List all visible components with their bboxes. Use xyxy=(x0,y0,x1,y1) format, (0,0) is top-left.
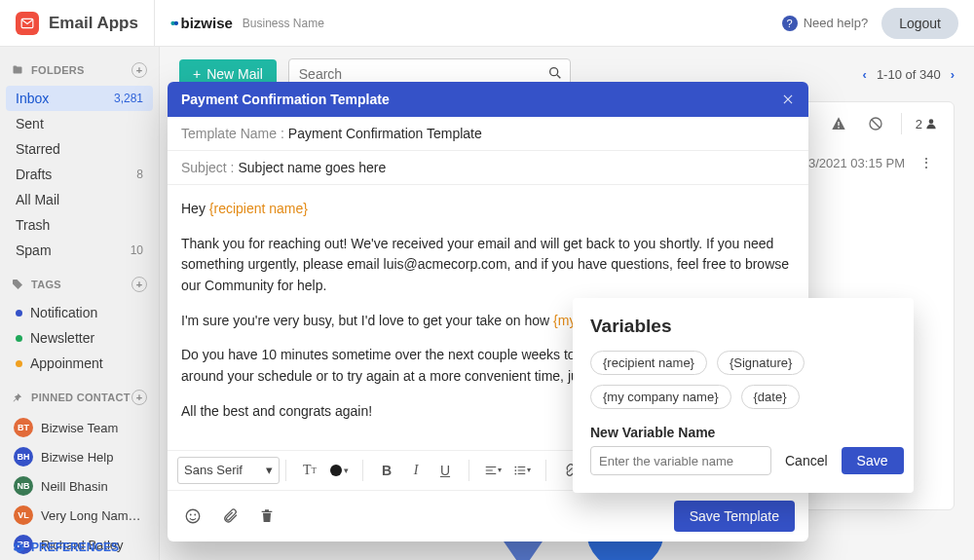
italic-button[interactable]: I xyxy=(404,459,428,482)
variable-chip[interactable]: {my company name} xyxy=(590,385,731,409)
preferences-label: PREFERENCES xyxy=(31,541,119,554)
subject-label: Subject : xyxy=(181,160,234,175)
variables-save-button[interactable]: Save xyxy=(842,447,904,474)
new-variable-input[interactable] xyxy=(590,446,771,475)
variable-chip[interactable]: {recipient name} xyxy=(590,351,707,375)
workspace-logo[interactable]: •• bizwise xyxy=(170,15,233,31)
sidebar-tag-appoinment[interactable]: Appoinment xyxy=(6,351,153,376)
save-template-button[interactable]: Save Template xyxy=(674,501,795,532)
variable-chip[interactable]: {date} xyxy=(741,385,800,409)
underline-button[interactable]: U xyxy=(433,459,457,482)
sidebar-folder-inbox[interactable]: Inbox3,281 xyxy=(6,86,153,111)
pinned-heading-label: PINNED CONTACT xyxy=(31,392,131,403)
align-button[interactable]: ▾ xyxy=(481,459,505,482)
report-icon[interactable] xyxy=(827,112,850,135)
pager-prev-button[interactable]: ‹ xyxy=(863,67,867,82)
app-icon xyxy=(16,12,39,35)
svg-point-4 xyxy=(929,119,934,124)
sidebar-folder-starred[interactable]: Starred xyxy=(6,136,153,162)
svg-point-1 xyxy=(549,68,557,76)
svg-point-8 xyxy=(186,509,200,523)
need-help-label: Need help? xyxy=(804,16,869,30)
workspace-name: bizwise xyxy=(180,15,232,31)
pin-icon xyxy=(12,391,25,404)
font-family-select[interactable]: Sans Serif▾ xyxy=(177,457,280,484)
pinned-contact[interactable]: BHBizwise Help xyxy=(6,442,153,471)
folders-heading-label: FOLDERS xyxy=(31,64,85,76)
template-name-row: Template Name : Payment Confirmation Tem… xyxy=(168,117,808,151)
new-variable-label: New Variable Name xyxy=(590,425,896,440)
block-icon[interactable] xyxy=(864,112,887,135)
svg-point-6 xyxy=(514,469,516,471)
svg-point-5 xyxy=(514,466,516,467)
pager-text: 1-10 of 340 xyxy=(877,67,941,82)
add-tag-button[interactable]: + xyxy=(131,277,147,292)
sidebar-tag-notification[interactable]: Notification xyxy=(6,300,153,325)
message-menu-icon[interactable]: ⋮ xyxy=(915,151,938,174)
pager: ‹ 1-10 of 340 › xyxy=(863,67,955,82)
sidebar-folder-trash[interactable]: Trash xyxy=(6,212,153,238)
help-icon: ? xyxy=(782,16,798,31)
pinned-contact[interactable]: BTBizwise Team xyxy=(6,413,153,442)
sidebar-folder-drafts[interactable]: Drafts8 xyxy=(6,162,153,187)
variable-chip[interactable]: {Signature} xyxy=(717,351,805,375)
sidebar-folder-sent[interactable]: Sent xyxy=(6,111,153,136)
preferences-link[interactable]: PREFERENCES xyxy=(12,541,119,554)
add-folder-button[interactable]: + xyxy=(131,62,147,78)
tags-heading-label: TAGS xyxy=(31,279,61,290)
contact-list: BTBizwise TeamBHBizwise HelpNBNeill Bhas… xyxy=(0,411,159,560)
sidebar: FOLDERS + Inbox3,281SentStarredDrafts8Al… xyxy=(0,47,160,560)
app-title: Email Apps xyxy=(49,14,138,33)
new-mail-label: New Mail xyxy=(206,66,263,82)
pinned-contact[interactable]: NBNeill Bhasin xyxy=(6,471,153,501)
tags-heading: TAGS + xyxy=(0,271,159,298)
variables-popover: Variables {recipient name}{Signature}{my… xyxy=(573,298,914,493)
search-icon[interactable] xyxy=(547,65,563,81)
attachment-button[interactable] xyxy=(218,504,242,528)
sidebar-folder-spam[interactable]: Spam10 xyxy=(6,238,153,263)
variables-cancel-button[interactable]: Cancel xyxy=(781,447,832,474)
svg-point-10 xyxy=(194,513,196,515)
font-color-button[interactable]: ▾ xyxy=(327,459,351,482)
workspace-subtitle: Business Name xyxy=(243,17,324,30)
sidebar-tag-newsletter[interactable]: Newsletter xyxy=(6,325,153,351)
list-button[interactable]: ▾ xyxy=(510,459,534,482)
modal-header: Payment Confirmation Template xyxy=(168,82,808,117)
add-contact-button[interactable]: + xyxy=(131,390,147,405)
top-bar: Email Apps •• bizwise Business Name ? Ne… xyxy=(0,0,974,47)
svg-point-9 xyxy=(190,513,192,515)
template-name-value[interactable]: Payment Confirmation Template xyxy=(288,126,482,141)
variables-title: Variables xyxy=(590,316,896,337)
tag-list: NotificationNewsletterAppoinment xyxy=(0,298,159,378)
pager-next-button[interactable]: › xyxy=(951,67,955,82)
subject-row: Subject : Subject name goes here xyxy=(168,151,808,185)
pinned-contact[interactable]: VLVery Long Name... xyxy=(6,501,153,530)
font-size-button[interactable]: TT xyxy=(298,459,321,482)
folder-list: Inbox3,281SentStarredDrafts8All MailTras… xyxy=(0,84,159,265)
subject-value[interactable]: Subject name goes here xyxy=(238,160,386,175)
delete-draft-button[interactable] xyxy=(255,504,279,528)
pinned-heading: PINNED CONTACT + xyxy=(0,384,159,411)
plus-icon: + xyxy=(193,66,201,82)
need-help-link[interactable]: ? Need help? xyxy=(782,16,869,31)
chevron-down-icon: ▾ xyxy=(266,463,273,477)
modal-title: Payment Confirmation Template xyxy=(181,92,390,107)
participant-count: 2 xyxy=(916,117,938,131)
sidebar-folder-all-mail[interactable]: All Mail xyxy=(6,187,153,212)
variable-chip-list: {recipient name}{Signature}{my company n… xyxy=(590,351,896,409)
gear-icon xyxy=(12,541,25,554)
emoji-button[interactable] xyxy=(181,504,205,528)
modal-close-button[interactable] xyxy=(781,93,795,106)
logout-button[interactable]: Logout xyxy=(881,8,958,39)
bold-button[interactable]: B xyxy=(375,459,398,482)
svg-point-7 xyxy=(514,472,516,474)
folders-heading: FOLDERS + xyxy=(0,56,159,84)
folder-icon xyxy=(12,63,25,77)
variable-recipient: {recipient name} xyxy=(209,201,308,216)
separator xyxy=(154,0,155,47)
tag-icon xyxy=(12,278,25,291)
modal-footer: Save Template xyxy=(168,491,808,541)
template-name-label: Template Name : xyxy=(181,126,284,141)
logo-dots-icon: •• xyxy=(170,15,177,31)
